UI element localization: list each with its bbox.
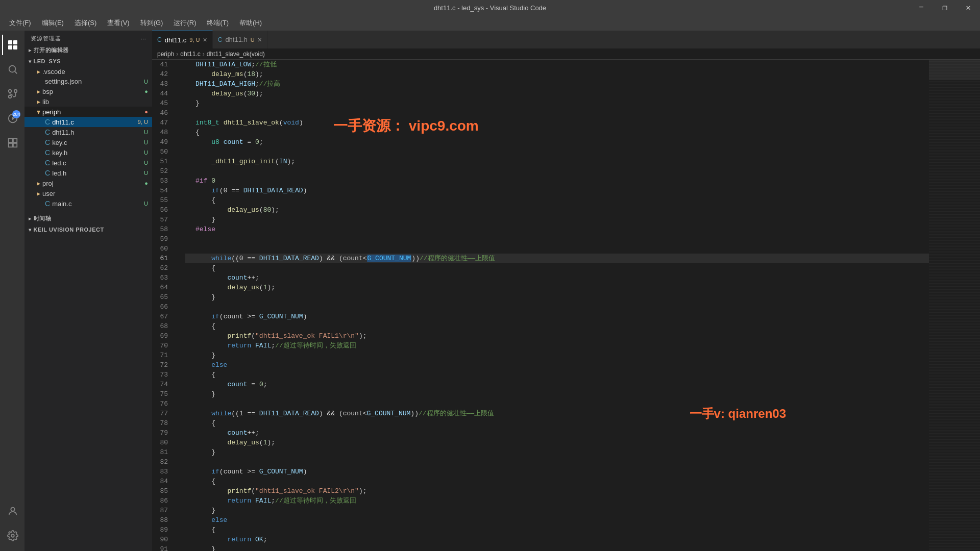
- menu-file[interactable]: 文件(F): [5, 16, 35, 30]
- line-num-43: 43: [152, 79, 168, 89]
- activity-bar-bottom: [2, 501, 22, 551]
- led-sys-header[interactable]: ▾ LED_SYS: [24, 56, 152, 66]
- dht11h-label: dht11.h: [52, 129, 144, 136]
- ledc-item[interactable]: C led.c U: [24, 158, 152, 168]
- periph-folder[interactable]: ▾ periph ●: [24, 107, 152, 117]
- line-num-77: 77: [152, 409, 168, 418]
- code-line-65: }: [185, 292, 929, 302]
- open-editors-chevron: ▸: [29, 47, 32, 53]
- settings-json-badge: U: [144, 79, 148, 85]
- svg-point-16: [11, 534, 14, 537]
- ledc-label: led.c: [52, 159, 144, 167]
- search-icon[interactable]: [2, 59, 22, 80]
- settings-json-label: settings.json: [45, 78, 144, 85]
- line-num-81: 81: [152, 447, 168, 457]
- ledh-badge: U: [144, 170, 148, 176]
- editor-content: 41 42 43 44 45 46 47 48 49 50 51 52 53 5…: [152, 60, 980, 551]
- proj-icon: ▸: [37, 179, 40, 187]
- dht11h-tab[interactable]: C dht11.h U ×: [213, 31, 267, 48]
- menu-view[interactable]: 查看(V): [103, 16, 133, 30]
- user-icon: ▸: [37, 189, 40, 197]
- dht11h-tab-close[interactable]: ×: [258, 36, 262, 43]
- code-line-67: if(count >= G_COUNT_NUM): [185, 312, 929, 321]
- editor-area: C dht11.c 9, U × C dht11.h U × periph › …: [152, 31, 980, 551]
- line-num-44: 44: [152, 89, 168, 98]
- open-editors-header[interactable]: ▸ 打开的编辑器: [24, 44, 152, 56]
- close-button[interactable]: ✕: [957, 0, 980, 15]
- code-line-61: while((0 == DHT11_DATA_READ) && (count<G…: [185, 254, 929, 263]
- code-editor[interactable]: 一手资源： vipc9.com 一手v: qianren03 DHT11_DAT…: [180, 60, 929, 551]
- breadcrumb-sep2: ›: [203, 51, 205, 58]
- menu-help[interactable]: 帮助(H): [235, 16, 266, 30]
- user-label: user: [42, 190, 152, 197]
- menu-run[interactable]: 运行(R): [169, 16, 200, 30]
- line-num-57: 57: [152, 215, 168, 224]
- menu-select[interactable]: 选择(S): [70, 16, 101, 30]
- code-line-71: }: [185, 350, 929, 360]
- breadcrumb-file[interactable]: dht11.c: [180, 51, 200, 58]
- settings-json-item[interactable]: settings.json U: [24, 77, 152, 86]
- line-num-65: 65: [152, 292, 168, 302]
- menu-terminal[interactable]: 终端(T): [203, 16, 233, 30]
- line-num-82: 82: [152, 457, 168, 467]
- line-num-55: 55: [152, 195, 168, 205]
- ledh-icon: C: [45, 169, 50, 177]
- ledh-item[interactable]: C led.h U: [24, 168, 152, 178]
- dht11c-item[interactable]: C dht11.c 9, U: [24, 117, 152, 127]
- user-folder[interactable]: ▸ user: [24, 188, 152, 198]
- proj-folder[interactable]: ▸ proj ●: [24, 178, 152, 188]
- settings-icon[interactable]: [2, 525, 22, 546]
- line-num-78: 78: [152, 418, 168, 428]
- source-control-icon[interactable]: [2, 84, 22, 104]
- activity-bar: 284: [0, 31, 24, 551]
- line-num-63: 63: [152, 273, 168, 283]
- code-line-48: {: [185, 128, 929, 137]
- extensions-icon[interactable]: [2, 133, 22, 153]
- breadcrumb-symbol[interactable]: dht11_slave_ok(void): [207, 51, 265, 58]
- code-line-84: {: [185, 477, 929, 486]
- mainc-item[interactable]: C main.c U: [24, 198, 152, 209]
- explorer-icon[interactable]: [2, 35, 22, 55]
- keyc-label: key.c: [52, 139, 144, 146]
- keyh-item[interactable]: C key.h U: [24, 147, 152, 158]
- menu-goto[interactable]: 转到(G): [136, 16, 167, 30]
- bsp-label: bsp: [42, 88, 144, 95]
- debug-icon[interactable]: 284: [2, 108, 22, 129]
- code-line-89: {: [185, 525, 929, 535]
- keil-header[interactable]: ▾ KEIL UVISION PROJECT: [24, 224, 152, 235]
- timeline-header[interactable]: ▸ 时间轴: [24, 213, 152, 224]
- code-line-88: else: [185, 515, 929, 525]
- dht11h-badge: U: [144, 129, 148, 135]
- line-num-62: 62: [152, 263, 168, 273]
- minimize-button[interactable]: −: [910, 0, 933, 15]
- keyh-icon: C: [45, 148, 50, 157]
- sidebar-more-button[interactable]: ···: [140, 35, 146, 42]
- vscode-folder[interactable]: ▸ .vscode: [24, 66, 152, 77]
- breadcrumb-periph[interactable]: periph: [157, 51, 174, 58]
- line-num-70: 70: [152, 341, 168, 350]
- dht11h-tab-badge: U: [251, 37, 255, 43]
- account-icon[interactable]: [2, 501, 22, 521]
- dht11h-item[interactable]: C dht11.h U: [24, 127, 152, 137]
- code-line-57: }: [185, 215, 929, 224]
- code-line-69: printf("dht11_slave_ok FAIL1\r\n");: [185, 331, 929, 341]
- code-line-41: DHT11_DATA_LOW;//拉低: [185, 60, 929, 69]
- lib-folder[interactable]: ▸ lib: [24, 96, 152, 107]
- dht11c-tab-close[interactable]: ×: [203, 36, 207, 43]
- dht11h-tab-label: dht11.h: [225, 36, 247, 43]
- bsp-folder[interactable]: ▸ bsp ●: [24, 86, 152, 96]
- line-num-58: 58: [152, 224, 168, 234]
- code-line-73: {: [185, 370, 929, 380]
- svg-rect-13: [9, 143, 12, 147]
- keil-label: KEIL UVISION PROJECT: [34, 227, 104, 233]
- keyc-item[interactable]: C key.c U: [24, 137, 152, 147]
- line-num-51: 51: [152, 157, 168, 166]
- dht11c-tab-icon: C: [157, 36, 162, 43]
- code-line-42: delay_ms(18);: [185, 69, 929, 79]
- code-line-52: [185, 166, 929, 176]
- svg-rect-14: [13, 143, 17, 147]
- dht11c-tab[interactable]: C dht11.c 9, U ×: [152, 31, 213, 48]
- code-line-62: {: [185, 263, 929, 273]
- maximize-button[interactable]: ❐: [933, 0, 957, 15]
- menu-edit[interactable]: 编辑(E): [38, 16, 68, 30]
